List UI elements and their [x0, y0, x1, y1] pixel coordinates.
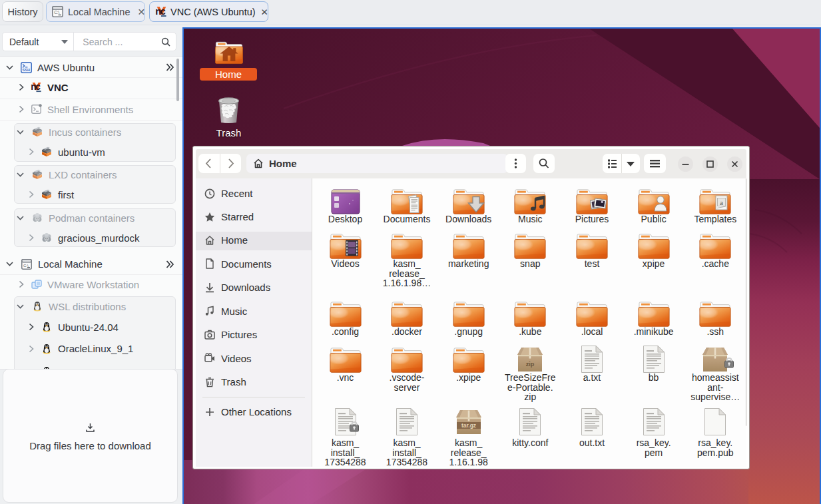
- svg-text:zip: zip: [526, 361, 535, 368]
- svg-text:tar.gz: tar.gz: [461, 422, 476, 429]
- svg-text:a: a: [720, 198, 723, 206]
